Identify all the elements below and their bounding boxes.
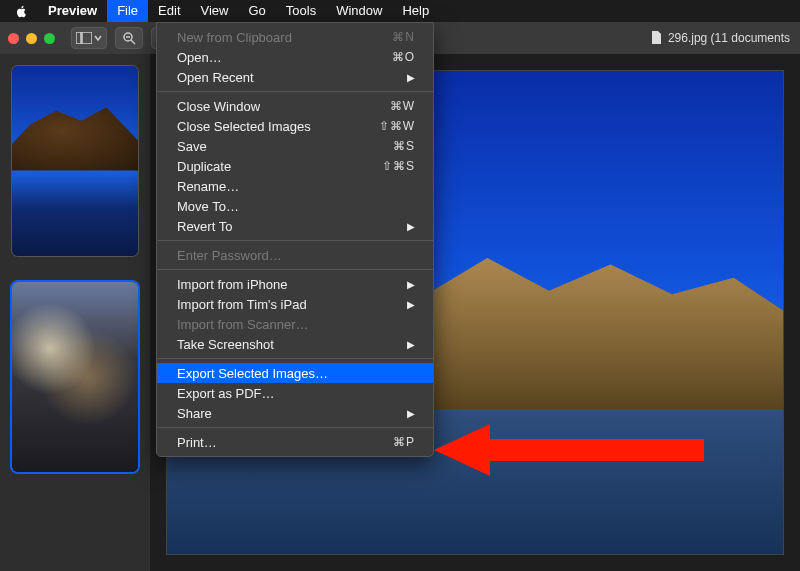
menu-item-shortcut: ⌘P: [393, 435, 415, 449]
menu-item[interactable]: Take Screenshot▶: [157, 334, 433, 354]
thumbnail-sidebar: 535.jpg: [0, 54, 150, 571]
menu-separator: [157, 427, 433, 428]
menu-item-shortcut: ⌘N: [392, 30, 415, 44]
menu-item-label: Rename…: [177, 179, 415, 194]
menu-item-shortcut: ⇧⌘S: [382, 159, 415, 173]
menu-item-label: Share: [177, 406, 407, 421]
zoom-out-button[interactable]: [115, 27, 143, 49]
menu-item[interactable]: Open Recent▶: [157, 67, 433, 87]
menu-item-shortcut: ⌘W: [390, 99, 415, 113]
menu-item-label: Import from iPhone: [177, 277, 407, 292]
apple-logo-icon[interactable]: [14, 4, 28, 18]
thumbnail[interactable]: [12, 66, 138, 256]
menu-item-label: Import from Tim's iPad: [177, 297, 407, 312]
menubar-item-edit[interactable]: Edit: [148, 0, 190, 22]
menu-item-label: Open…: [177, 50, 392, 65]
menu-separator: [157, 240, 433, 241]
menubar-item-tools[interactable]: Tools: [276, 0, 326, 22]
chevron-right-icon: ▶: [407, 299, 415, 310]
menu-separator: [157, 91, 433, 92]
menu-item: Enter Password…: [157, 245, 433, 265]
menu-item-label: Close Window: [177, 99, 390, 114]
menu-item-label: Duplicate: [177, 159, 382, 174]
title-document: 296.jpg (11 documents: [651, 22, 790, 54]
chevron-right-icon: ▶: [407, 221, 415, 232]
menu-item-label: Move To…: [177, 199, 415, 214]
menu-item: New from Clipboard⌘N: [157, 27, 433, 47]
menu-item-label: Print…: [177, 435, 393, 450]
menubar: Preview File Edit View Go Tools Window H…: [0, 0, 800, 22]
menu-separator: [157, 358, 433, 359]
menu-item-label: Export as PDF…: [177, 386, 415, 401]
menu-item[interactable]: Import from iPhone▶: [157, 274, 433, 294]
svg-rect-0: [76, 32, 81, 44]
menu-item-label: Save: [177, 139, 393, 154]
menu-item[interactable]: Export as PDF…: [157, 383, 433, 403]
document-icon: [651, 31, 662, 45]
traffic-lights: [8, 33, 55, 44]
menu-item[interactable]: Close Selected Images⇧⌘W: [157, 116, 433, 136]
chevron-right-icon: ▶: [407, 72, 415, 83]
menu-item[interactable]: Duplicate⇧⌘S: [157, 156, 433, 176]
menu-item-shortcut: ⌘S: [393, 139, 415, 153]
menubar-item-file[interactable]: File: [107, 0, 148, 22]
close-window-button[interactable]: [8, 33, 19, 44]
menu-item-label: Take Screenshot: [177, 337, 407, 352]
menu-item-label: Enter Password…: [177, 248, 415, 263]
menu-item[interactable]: Revert To▶: [157, 216, 433, 236]
file-menu-dropdown: New from Clipboard⌘NOpen…⌘OOpen Recent▶C…: [156, 22, 434, 457]
menu-item[interactable]: Import from Tim's iPad▶: [157, 294, 433, 314]
svg-line-3: [131, 40, 135, 44]
sidebar-view-button[interactable]: [71, 27, 107, 49]
menubar-item-window[interactable]: Window: [326, 0, 392, 22]
menu-item-label: Revert To: [177, 219, 407, 234]
chevron-right-icon: ▶: [407, 279, 415, 290]
thumbnail[interactable]: 535.jpg: [12, 282, 138, 472]
menubar-item-view[interactable]: View: [191, 0, 239, 22]
menu-separator: [157, 269, 433, 270]
menu-item[interactable]: Print…⌘P: [157, 432, 433, 452]
menu-item[interactable]: Rename…: [157, 176, 433, 196]
svg-rect-1: [82, 32, 92, 44]
fullscreen-window-button[interactable]: [44, 33, 55, 44]
menu-item-label: Open Recent: [177, 70, 407, 85]
menu-item-label: Close Selected Images: [177, 119, 379, 134]
menu-item-label: Import from Scanner…: [177, 317, 415, 332]
minimize-window-button[interactable]: [26, 33, 37, 44]
menu-item-shortcut: ⇧⌘W: [379, 119, 415, 133]
document-filename: 296.jpg (11 documents: [668, 31, 790, 45]
menubar-item-go[interactable]: Go: [238, 0, 275, 22]
menu-item-shortcut: ⌘O: [392, 50, 415, 64]
menu-item-label: New from Clipboard: [177, 30, 392, 45]
menu-item[interactable]: Save⌘S: [157, 136, 433, 156]
menubar-app-name[interactable]: Preview: [38, 0, 107, 22]
menu-item: Import from Scanner…: [157, 314, 433, 334]
menu-item[interactable]: Close Window⌘W: [157, 96, 433, 116]
menubar-item-help[interactable]: Help: [392, 0, 439, 22]
menu-item[interactable]: Move To…: [157, 196, 433, 216]
chevron-right-icon: ▶: [407, 408, 415, 419]
menu-item[interactable]: Share▶: [157, 403, 433, 423]
menu-item[interactable]: Open…⌘O: [157, 47, 433, 67]
chevron-right-icon: ▶: [407, 339, 415, 350]
menu-item[interactable]: Export Selected Images…: [157, 363, 433, 383]
menu-item-label: Export Selected Images…: [177, 366, 415, 381]
